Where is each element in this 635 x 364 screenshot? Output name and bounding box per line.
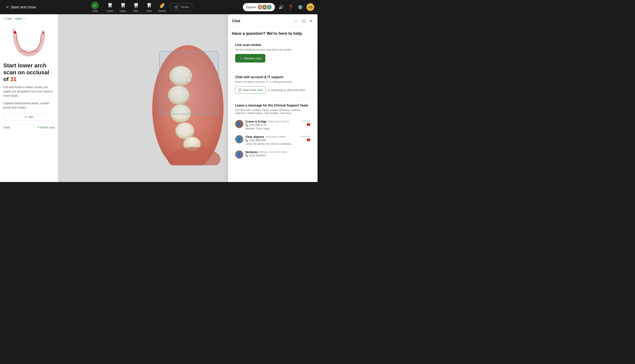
phone-icon: 📞 [245,139,248,142]
conv-participants: Anthony, Joe and 4 others [259,151,287,154]
user-avatar[interactable]: PD [306,3,314,11]
conv-avatar-inner: 👤 [235,120,243,128]
svg-text:3: 3 [13,29,14,31]
conv-avatar-inner: 👤 [235,135,243,143]
sidebar-nav: ‹ Case Upper › [0,14,58,23]
main-content: ‹ Case Upper › 3 [0,14,317,182]
conv-header-row: Dentures Anthony, Joe and 4 others [245,150,308,154]
support-label: Support [246,6,256,9]
support-avatars: S M J [257,4,272,10]
settings-button[interactable]: ⚙️ [297,4,304,10]
svg-text:1: 1 [16,31,17,34]
step-bite[interactable]: 🦷 Bite [130,1,142,13]
chat-help-text: Have a question? We're here to help. [232,31,314,36]
conversation-item[interactable]: 👤 Crown & bridge Esther and 5 others 📞(2… [235,118,310,133]
conv-phone: (212)-509-6670 [249,154,266,157]
it-support-description: Reach out about account, IT, or billing … [235,80,310,83]
or-call-text: or call Dandy at (267)-310-3332 [268,88,305,92]
chat-minimize-button[interactable]: — [293,18,298,24]
order-label: Order [181,5,189,9]
tooth-diagram: 3 1 [7,26,51,59]
volume-button[interactable]: 🔊 [278,4,284,10]
chat-title: Chat [232,19,240,23]
it-support-title: Chat with account & IT support [235,75,310,79]
conv-participants: Esther and 5 others [268,120,289,123]
support-button[interactable]: Support S M J [243,3,275,11]
tools-row: Tools ↺ Reset scan [3,124,55,131]
scan-overlay [159,51,218,114]
step-prep[interactable]: 🦷 Prep [143,1,155,13]
tips-circle-icon: ⊘ [25,115,27,118]
save-close-button[interactable]: ✕ Save and close [3,3,38,11]
unread-badge: 1 [307,138,310,141]
scan-description-2: Capture interproximal areas, contact poi… [3,101,55,110]
chat-body: Have a question? We're here to help. Liv… [228,27,317,182]
live-chat-row: 💬 Start a live chat or call Dandy at (26… [235,86,310,94]
conv-name: Clear aligners [245,135,264,138]
step-case[interactable]: ✓ Case [89,1,101,13]
prep-icon: 🦷 [145,2,153,9]
review-scan-label: Review scan [244,56,262,60]
conv-content: Clear aligners Jordy and 3 others 📞(212)… [245,135,298,145]
reset-icon: ↺ [37,126,40,129]
lower-icon: 🦷 [106,2,114,9]
section-divider [232,69,314,69]
conv-avatar: 👤 [235,120,243,128]
case-check-icon: ✓ [91,2,99,9]
conv-time: 9:06 AM [302,120,310,122]
conv-phone-row: 📞(212)-509-4770 [245,124,300,126]
unread-badge: 1 [307,123,310,126]
step-case-label: Case [92,10,98,12]
scan-title: Start lower arch scan on occlusal of 31 [3,62,55,83]
tooth-number: 31 [10,76,17,82]
help-button[interactable]: ❓ [287,4,294,10]
left-sidebar: ‹ Case Upper › 3 [0,14,58,182]
conversations-list: 👤 Crown & bridge Esther and 5 others 📞(2… [235,118,310,161]
review-icon: 🌈 [158,2,166,9]
phone-icon: 📞 [245,154,248,157]
reset-label: Reset scan [40,126,55,129]
review-scan-button[interactable]: 📹 Review scan [235,54,265,62]
nav-upper-link[interactable]: Upper [15,17,23,20]
conversation-item[interactable]: 👤 Clear aligners Jordy and 3 others 📞(21… [235,133,310,148]
conv-name: Crown & bridge [245,120,266,123]
step-review[interactable]: 🌈 Review [156,1,168,13]
close-icon: ✕ [6,5,9,10]
step-arrow-1: › [102,5,103,9]
nav-case-link[interactable]: Case [6,17,12,20]
conv-phone-row: 📞(212)-509-6670 [245,154,308,157]
live-scan-title: Live scan review [235,43,310,47]
teeth-visual [149,31,227,165]
order-button[interactable]: 🛒 Order [171,3,192,11]
conv-phone: (212)-509-4770 [249,124,266,126]
reset-scan-button[interactable]: ↺ Reset scan [37,126,55,129]
tips-button[interactable]: ⊘ Tips [3,113,55,121]
nav-steps: ✓ Case › 🦷 Lower 🦷 Upper 🦷 Bite 🦷 Prep 🌈… [41,1,240,13]
step-lower[interactable]: 🦷 Lower [104,1,116,13]
scan-title-part1: Start lower arch [3,62,47,68]
conv-header-row: Crown & bridge Esther and 5 others [245,120,300,123]
tooth-arch-svg: 3 1 [7,26,51,59]
step-upper-label: Upper [120,10,126,12]
conversation-item[interactable]: 👤 Dentures Anthony, Joe and 4 others 📞(2… [235,148,310,161]
conv-meta: Yesterday 1 [300,135,310,141]
step-prep-label: Prep [146,10,151,12]
step-review-label: Review [158,10,166,12]
chat-close-button[interactable]: ✕ [309,18,313,24]
chat-maximize-button[interactable]: ⬜ [300,18,307,24]
upper-icon: 🦷 [119,2,127,9]
it-support-section: Chat with account & IT support Reach out… [232,72,314,97]
scan-dot [186,77,191,82]
conv-avatar-inner: 👤 [235,150,243,158]
live-scan-description: Get live feedback on your prep and scan … [235,48,310,51]
conv-time: Yesterday [300,135,310,138]
chat-panel: Chat — ⬜ ✕ Have a question? We're here t… [228,14,317,182]
start-chat-label: Start a live chat [243,88,263,92]
step-upper[interactable]: 🦷 Upper [117,1,129,13]
avatar-3: J [266,4,272,10]
save-close-label: Save and close [11,5,36,9]
svg-point-13 [178,125,192,136]
tips-label: Tips [28,115,34,118]
chat-bubble-icon: 💬 [238,88,242,92]
start-live-chat-button[interactable]: 💬 Start a live chat [235,86,266,94]
